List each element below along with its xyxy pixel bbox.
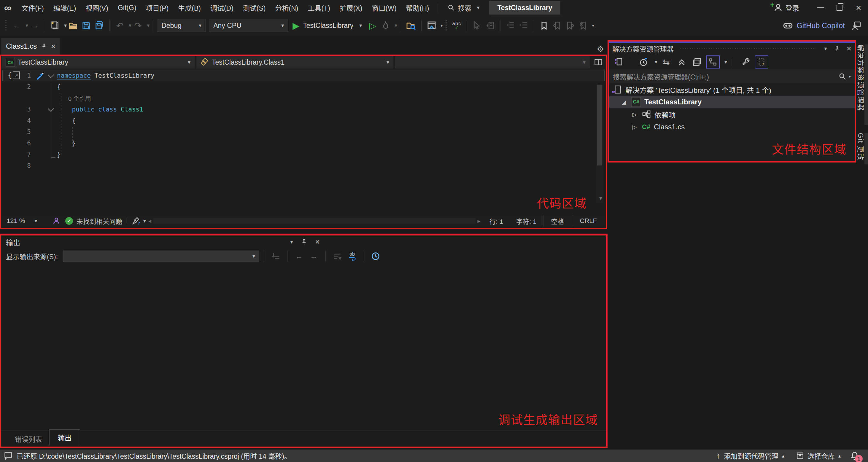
word-wrap-toggle[interactable]: ab bbox=[345, 250, 359, 263]
close-icon[interactable]: × bbox=[315, 237, 320, 247]
undo-button[interactable]: ↶ bbox=[113, 19, 126, 33]
zoom-dropdown[interactable]: 121 % ▾ bbox=[2, 217, 52, 225]
type-dropdown[interactable]: TestClassLibrary.Class1 ▾ bbox=[196, 56, 393, 68]
code-line[interactable]: 3 public class Class1 bbox=[2, 104, 604, 115]
document-health-indicator[interactable]: ✓ 未找到相关问题 bbox=[65, 216, 122, 226]
goto-source-button[interactable] bbox=[269, 250, 282, 263]
live-share-icon[interactable] bbox=[52, 217, 61, 225]
navigate-back-button[interactable]: ← bbox=[10, 19, 23, 33]
code-line[interactable]: 5 bbox=[2, 126, 604, 138]
code-cleanup-broom-icon[interactable] bbox=[132, 217, 141, 225]
search-button[interactable]: 搜索 ▾ bbox=[442, 0, 485, 15]
solution-explorer-title-bar[interactable]: 解决方案资源管理器 ▾ × bbox=[609, 43, 855, 54]
split-window-button[interactable] bbox=[591, 56, 605, 68]
start-debugging-button[interactable]: ▶ TestClassLibrary ▾ bbox=[288, 19, 366, 33]
code-area[interactable]: { ↗ 1namespace TestClassLibrary2{0 个引用3 … bbox=[2, 70, 604, 215]
scroll-right-icon[interactable]: ▸ bbox=[477, 217, 480, 225]
scrollbar-thumb[interactable] bbox=[597, 85, 602, 165]
close-button[interactable]: × bbox=[849, 0, 868, 15]
pending-changes-filter-button[interactable] bbox=[637, 56, 650, 68]
window-position-dropdown-icon[interactable]: ▾ bbox=[825, 45, 827, 52]
pin-icon[interactable] bbox=[41, 43, 47, 49]
menubar-item[interactable]: 分析(N) bbox=[271, 0, 303, 15]
solution-search-box[interactable]: 搜索解决方案资源管理器(Ctrl+;) ▾ bbox=[609, 70, 855, 83]
tab-output[interactable]: 输出 bbox=[49, 429, 80, 446]
horizontal-scrollbar[interactable]: ◂ ▸ bbox=[148, 215, 480, 227]
previous-message-button[interactable]: ← bbox=[292, 250, 306, 263]
select-repository-button[interactable]: 选择仓库 ▴ bbox=[796, 451, 841, 461]
tree-row-dependencies[interactable]: ▷ 依赖项 bbox=[609, 108, 855, 121]
clear-all-button[interactable] bbox=[331, 250, 344, 263]
menubar-item[interactable]: 扩展(X) bbox=[335, 0, 367, 15]
toolbar-grip[interactable] bbox=[445, 19, 448, 32]
code-line[interactable]: 1namespace TestClassLibrary bbox=[2, 70, 604, 81]
menubar-item[interactable]: 文件(F) bbox=[17, 0, 49, 15]
menubar-item[interactable]: 测试(S) bbox=[238, 0, 271, 15]
quick-actions-screwdriver-icon[interactable] bbox=[36, 71, 44, 80]
toggle-comment-button[interactable] bbox=[470, 19, 484, 33]
window-position-dropdown-icon[interactable]: ▾ bbox=[290, 239, 293, 245]
notifications-button[interactable]: 1 bbox=[850, 451, 859, 460]
project-dropdown[interactable]: C# TestClassLibrary ▾ bbox=[2, 56, 195, 68]
next-bookmark-button[interactable] bbox=[564, 19, 577, 33]
collapse-all-button[interactable] bbox=[675, 56, 688, 68]
new-project-button[interactable] bbox=[49, 19, 62, 33]
line-ending-button[interactable]: CRLF bbox=[572, 215, 604, 227]
chevron-down-icon[interactable]: ▾ bbox=[395, 22, 397, 29]
toolbar-grip[interactable] bbox=[5, 19, 8, 32]
chevron-down-icon[interactable]: ▾ bbox=[724, 59, 727, 65]
document-tab-class1[interactable]: Class1.cs × bbox=[1, 38, 60, 55]
redo-button[interactable]: ↷ bbox=[131, 19, 145, 33]
pin-icon[interactable] bbox=[301, 239, 307, 245]
chevron-down-icon[interactable]: ▾ bbox=[849, 74, 851, 79]
navigate-home-button[interactable] bbox=[425, 19, 438, 33]
github-copilot-button[interactable]: GitHub Copilot bbox=[783, 21, 861, 31]
chevron-down-icon[interactable]: ▾ bbox=[147, 22, 150, 29]
tab-options-gear-icon[interactable]: ⚙ bbox=[597, 44, 604, 54]
properties-wrench-button[interactable] bbox=[739, 56, 752, 68]
chevron-down-icon[interactable]: ▾ bbox=[64, 22, 67, 29]
menubar-item[interactable]: 工具(T) bbox=[303, 0, 335, 15]
menubar-item[interactable]: 项目(P) bbox=[141, 0, 174, 15]
document-outline-button[interactable] bbox=[484, 19, 497, 33]
tree-row-class1[interactable]: ▷ C# Class1.cs bbox=[609, 121, 855, 133]
menubar-item[interactable]: 生成(B) bbox=[173, 0, 206, 15]
chevron-down-icon[interactable]: ▾ bbox=[592, 23, 594, 28]
menubar-item[interactable]: 视图(V) bbox=[81, 0, 113, 15]
indentation-mode-button[interactable]: 空格 bbox=[543, 215, 572, 227]
search-icon[interactable] bbox=[839, 73, 846, 80]
scroll-down-icon[interactable]: ▾ bbox=[599, 195, 602, 202]
properties-pages-button[interactable] bbox=[691, 56, 704, 68]
menubar-item[interactable]: 窗口(W) bbox=[367, 0, 401, 15]
collapsed-icon[interactable]: ▷ bbox=[631, 111, 639, 118]
previous-bookmark-button[interactable] bbox=[551, 19, 564, 33]
save-button[interactable] bbox=[80, 19, 93, 33]
next-message-button[interactable]: → bbox=[307, 250, 321, 263]
scroll-left-icon[interactable]: ◂ bbox=[148, 217, 151, 225]
decrease-indent-button[interactable] bbox=[504, 19, 517, 33]
outline-margin-icon[interactable]: { ↗ bbox=[8, 71, 20, 79]
platform-dropdown[interactable]: Any CPU ▾ bbox=[209, 19, 288, 32]
chevron-down-icon[interactable]: ▾ bbox=[129, 22, 131, 29]
minimize-button[interactable] bbox=[811, 0, 830, 15]
toggle-bookmark-button[interactable] bbox=[537, 19, 551, 33]
tree-row-project[interactable]: ◢ C# TestClassLibrary bbox=[609, 96, 855, 108]
close-icon[interactable]: × bbox=[847, 44, 851, 54]
menubar-item[interactable]: 帮助(H) bbox=[401, 0, 434, 15]
menubar-item[interactable]: 编辑(E) bbox=[49, 0, 81, 15]
scrollbar-track[interactable] bbox=[153, 218, 475, 224]
output-source-dropdown[interactable]: ▾ bbox=[63, 251, 259, 262]
hot-reload-button[interactable] bbox=[379, 19, 392, 33]
output-content[interactable] bbox=[2, 265, 605, 431]
member-dropdown[interactable]: ▾ bbox=[395, 56, 590, 68]
start-without-debugging-button[interactable]: ▷ bbox=[366, 19, 379, 33]
menubar-item[interactable]: Git(G) bbox=[113, 0, 141, 15]
codelens-row[interactable]: 0 个引用 bbox=[2, 93, 604, 104]
configuration-dropdown[interactable]: Debug ▾ bbox=[157, 19, 206, 32]
increase-indent-button[interactable] bbox=[517, 19, 530, 33]
tree-row-solution[interactable]: ∞ 解决方案 'TestClassLibrary' (1 个项目, 共 1 个) bbox=[609, 83, 855, 96]
menubar-item[interactable]: 调试(D) bbox=[206, 0, 238, 15]
clear-bookmarks-button[interactable] bbox=[577, 19, 590, 33]
expanded-icon[interactable]: ◢ bbox=[620, 99, 628, 105]
save-all-button[interactable] bbox=[93, 19, 106, 33]
